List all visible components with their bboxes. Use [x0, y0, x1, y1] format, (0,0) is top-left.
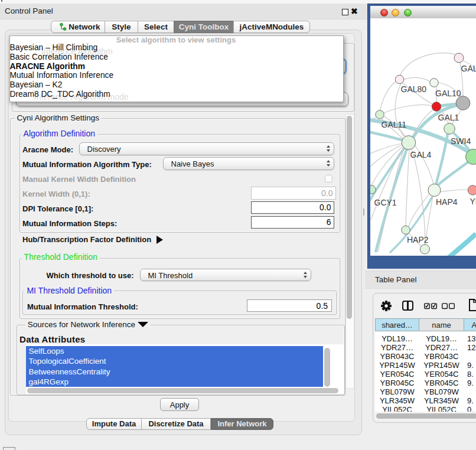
- svg-text:GAL4: GAL4: [410, 150, 432, 159]
- svg-text:HAP4: HAP4: [436, 197, 458, 207]
- svg-text:HAP2: HAP2: [407, 235, 429, 244]
- svg-text:GAL80: GAL80: [401, 84, 427, 94]
- svg-text:YEL: YEL: [470, 197, 476, 206]
- svg-text:GAL11: GAL11: [382, 120, 407, 129]
- svg-text:GCY1: GCY1: [374, 198, 397, 207]
- svg-text:SWI4: SWI4: [451, 136, 471, 146]
- svg-text:GAL1: GAL1: [438, 113, 459, 122]
- svg-text:GAL10: GAL10: [435, 89, 461, 98]
- svg-text:GAL7: GAL7: [461, 64, 476, 73]
